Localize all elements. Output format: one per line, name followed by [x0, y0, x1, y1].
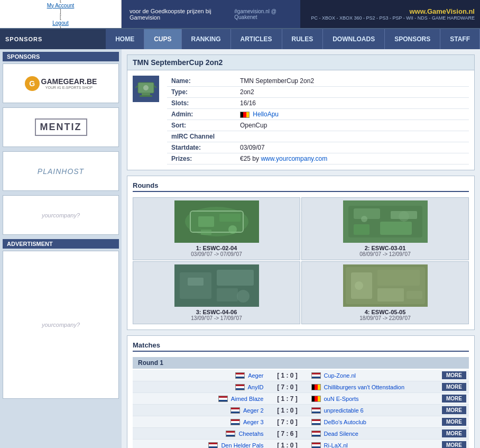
- team-name-left-5[interactable]: Cheetahs: [238, 431, 263, 437]
- cup-type-label: Type:: [167, 87, 236, 98]
- svg-rect-24: [217, 288, 238, 301]
- cup-type-value: 2on2: [236, 87, 469, 98]
- team-name-right-4[interactable]: DeBo's Autoclub: [324, 419, 366, 425]
- nav-ranking[interactable]: RANKING: [182, 29, 231, 49]
- round-cell-3: 3: ESWC-04-06 13/09/'07 -> 17/09/'07: [133, 261, 300, 324]
- flag-nl-2: [218, 396, 228, 402]
- round-1-title: Round 1: [133, 357, 469, 369]
- svg-point-11: [228, 225, 237, 234]
- nav-links: HOME CUPS RANKING ARTICLES RULES DOWNLOA…: [106, 29, 480, 49]
- nav-articles[interactable]: ARTICLES: [231, 29, 282, 49]
- cup-slots-label: Slots:: [167, 98, 236, 109]
- nav-sponsors[interactable]: SPONSORS: [385, 29, 440, 49]
- team-name-left-1[interactable]: AnyID: [248, 384, 264, 390]
- match-row-4: Aeger 3 [ 7 : 0 ] DeBo's Autoclub MORE: [133, 416, 469, 428]
- score-4: [ 7 : 0 ]: [266, 418, 309, 426]
- more-btn-0[interactable]: MORE: [442, 371, 466, 379]
- mentiz-ad[interactable]: MENTIZ: [3, 107, 119, 147]
- round-1-dates: 03/09/'07 -> 07/09/'07: [136, 251, 297, 257]
- flag-nl-r0: [311, 372, 321, 379]
- nav-home[interactable]: HOME: [106, 29, 144, 49]
- yourcompany-large-logo: yourcompany?: [42, 322, 80, 328]
- more-btn-3[interactable]: MORE: [442, 406, 466, 414]
- flag-nl-5: [226, 431, 235, 437]
- svg-rect-31: [377, 288, 404, 301]
- more-btn-6[interactable]: MORE: [442, 441, 466, 448]
- rounds-box: Rounds: [127, 176, 475, 330]
- team-name-right-5[interactable]: Dead Silence: [324, 431, 358, 437]
- more-btn-2[interactable]: MORE: [442, 395, 466, 403]
- flag-nl-4: [230, 419, 240, 425]
- more-btn-4[interactable]: MORE: [442, 418, 466, 426]
- score-3: [ 1 : 0 ]: [266, 407, 309, 414]
- round-3-label: 3: ESWC-04-06: [136, 309, 297, 315]
- platforms-text: PC - XBOX - XBOX 360 - PS2 - PS3 - PSP -…: [311, 15, 475, 21]
- cup-info-area: Name: TMN SeptemberCup 2on2 Type: 2on2 S…: [127, 70, 474, 170]
- nav-cups[interactable]: CUPS: [144, 29, 181, 49]
- team-right-4: DeBo's Autoclub: [309, 419, 442, 425]
- nav-rules[interactable]: RULES: [282, 29, 324, 49]
- score-2: [ 1 : 7 ]: [266, 395, 309, 403]
- round-map-1: [174, 200, 259, 243]
- gamegear-ad[interactable]: G GAMEGEAR.BE YOUR #1 E-SPORTS SHOP: [3, 63, 119, 103]
- team-right-5: Dead Silence: [309, 431, 442, 437]
- team-name-left-3[interactable]: Aeger 2: [243, 407, 264, 414]
- tagline-text: voor de Goedkoopste prijzen bij Gamevisi…: [130, 8, 229, 21]
- more-btn-5[interactable]: MORE: [442, 429, 466, 437]
- team-name-right-2[interactable]: ouN E-Sports: [324, 396, 359, 402]
- matches-section: Matches Round 1 Aeger [ 1 : 0 ]: [127, 336, 474, 448]
- more-btn-1[interactable]: MORE: [442, 383, 466, 391]
- round-cell-1: 1: ESWC-02-04 03/09/'07 -> 07/09/'07: [133, 197, 300, 260]
- logout-link[interactable]: Logout: [52, 20, 69, 26]
- team-name-right-0[interactable]: Cup-Zone.nl: [324, 372, 356, 379]
- cup-mirc-row: mIRC Channel: [167, 131, 469, 142]
- round-map-4: [343, 264, 428, 307]
- round-map-3: [174, 264, 259, 307]
- gamegear-icon: G: [25, 76, 40, 91]
- cup-admin-value: HelloApu: [236, 109, 469, 120]
- svg-rect-25: [188, 278, 204, 286]
- team-name-right-3[interactable]: unpredictable 6: [324, 407, 364, 414]
- admin-link[interactable]: HelloApu: [253, 111, 279, 118]
- team-name-left-4[interactable]: Aeger 3: [243, 419, 264, 425]
- svg-rect-9: [198, 216, 214, 227]
- cup-type-row: Type: 2on2: [167, 87, 469, 98]
- score-1: [ 7 : 0 ]: [266, 383, 309, 391]
- team-right-6: Ri-LaX.nl: [309, 442, 442, 449]
- nav-staff[interactable]: STAFF: [440, 29, 480, 49]
- admin-flag: [240, 112, 250, 118]
- match-row-3: Aeger 2 [ 1 : 0 ] unpredictable 6 MORE: [133, 405, 469, 416]
- cup-sort-row: Sort: OpenCup: [167, 120, 469, 131]
- yourcompany-large-ad[interactable]: yourcompany?: [3, 251, 119, 399]
- svg-point-20: [399, 211, 409, 222]
- cup-name-row: Name: TMN SeptemberCup 2on2: [167, 76, 469, 87]
- cup-startdate-value: 03/09/07: [236, 142, 469, 153]
- cup-name-label: Name:: [167, 76, 236, 87]
- gamegear-logo: GAMEGEAR.BE YOUR #1 E-SPORTS SHOP: [41, 77, 97, 89]
- plainhost-ad[interactable]: PLAINHOST: [3, 151, 119, 191]
- round-2-label: 2: ESWC-03-01: [304, 245, 466, 251]
- round-1-group: Round 1 Aeger [ 1 : 0 ]: [133, 357, 469, 448]
- team-name-left-0[interactable]: Aeger: [248, 372, 263, 379]
- my-account-link[interactable]: My Account: [47, 3, 75, 8]
- match-row-1: AnyID [ 7 : 0 ] Chilliburgers van't Otte…: [133, 381, 469, 393]
- svg-point-19: [361, 216, 367, 222]
- nav-downloads[interactable]: DOWNLOADS: [323, 29, 385, 49]
- flag-be-r1: [311, 384, 321, 390]
- cup-name-value: TMN SeptemberCup 2on2: [236, 76, 469, 87]
- team-name-left-2[interactable]: Aimed Blaze: [231, 396, 264, 402]
- svg-point-26: [237, 290, 250, 303]
- team-left-1: AnyID: [133, 384, 266, 390]
- round-4-dates: 18/09/'07 -> 22/09/'07: [304, 315, 466, 321]
- match-row-2: Aimed Blaze [ 1 : 7 ] ouN E-Sports MORE: [133, 393, 469, 405]
- team-name-left-6[interactable]: Den Helder Pals: [221, 442, 263, 449]
- yourcompany-small-ad[interactable]: yourcompany?: [3, 195, 119, 235]
- cup-title: TMN SeptemberCup 2on2: [127, 55, 474, 70]
- team-left-6: Den Helder Pals: [133, 442, 266, 449]
- team-name-right-1[interactable]: Chilliburgers van't Ottenstadion: [324, 384, 405, 390]
- team-name-right-6[interactable]: Ri-LaX.nl: [324, 442, 348, 449]
- prizes-sponsor-link[interactable]: www.yourcompany.com: [261, 155, 327, 162]
- yourcompany-small-logo: yourcompany?: [42, 212, 80, 218]
- svg-rect-33: [407, 291, 422, 299]
- team-right-2: ouN E-Sports: [309, 396, 442, 402]
